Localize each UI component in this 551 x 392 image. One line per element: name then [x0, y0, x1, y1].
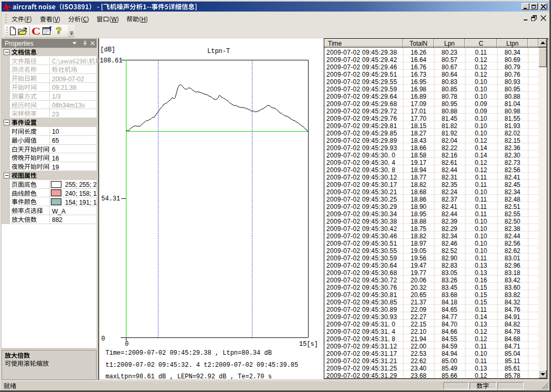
svg-text:0: 0	[125, 341, 129, 348]
svg-text:maxLtpn=98.61 dB , LEPN=92.92: maxLtpn=98.61 dB , LEPN=92.92 dB , Te=2.…	[105, 373, 272, 379]
svg-text:[dB]: [dB]	[100, 46, 115, 54]
svg-text:54.31: 54.31	[101, 195, 120, 203]
svg-text:15[s]: 15[s]	[299, 341, 318, 348]
svg-text:t1:2009-07-02 09:45:32. 4 t2:2: t1:2009-07-02 09:45:32. 4 t2:2009-07-02 …	[105, 362, 298, 369]
svg-text:Ltpn-T: Ltpn-T	[207, 48, 230, 55]
svg-text:Time=:2009-07-02 09:45:29.38 ,: Time=:2009-07-02 09:45:29.38 , Ltpn=80.3…	[105, 349, 272, 357]
svg-text:0: 0	[101, 335, 105, 343]
svg-text:108.61: 108.61	[100, 57, 122, 65]
svg-text:?: ?	[56, 26, 61, 36]
